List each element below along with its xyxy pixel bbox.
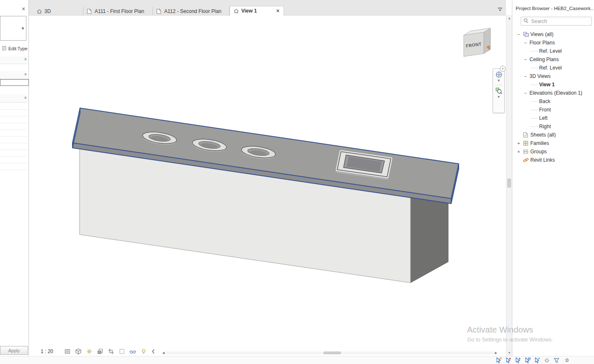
sheet-icon [87, 8, 93, 14]
select-by-face-icon[interactable] [524, 357, 531, 364]
tree-item-elevations-elevation-1[interactable]: −Elevations (Elevation 1) [512, 89, 594, 97]
tree-item-views-all[interactable]: −Views (all) [512, 30, 594, 39]
tree-item-label: Families [530, 140, 549, 146]
edit-type-icon [2, 46, 7, 52]
tree-expander-icon[interactable]: − [517, 32, 523, 37]
shadows-icon[interactable] [97, 348, 103, 355]
show-crop-region-icon[interactable] [119, 348, 125, 355]
tree-guide-line [531, 51, 538, 52]
tree-item-ref-level[interactable]: Ref. Level [512, 47, 594, 55]
tree-guide-line [531, 67, 538, 68]
search-input[interactable] [530, 18, 591, 25]
collapse-chevron-icon: » [22, 58, 27, 60]
navigation-bar: ▼ ▼ [493, 68, 505, 113]
tree-item-ref-level[interactable]: Ref. Level [512, 64, 594, 72]
tree-item-right[interactable]: Right [512, 122, 594, 131]
navigation-bar-close-icon[interactable]: × [500, 66, 506, 72]
background-processes-icon[interactable] [544, 357, 550, 364]
tab-3d[interactable]: 3D [33, 7, 83, 15]
tree-expander-icon[interactable]: − [524, 40, 529, 45]
zoom-icon[interactable] [495, 87, 503, 95]
resize-grip[interactable] [505, 358, 510, 364]
visual-style-icon[interactable] [75, 348, 82, 355]
tree-item-label: Views (all) [530, 31, 553, 37]
tree-item-label: Front [539, 107, 551, 113]
steering-wheel-icon[interactable] [495, 71, 503, 78]
parameter-group-header[interactable]: » [0, 95, 28, 103]
tree-expander-icon[interactable]: − [524, 57, 529, 62]
tree-item-label: View 1 [539, 82, 555, 88]
temporary-hide-isolate-icon[interactable] [129, 348, 136, 355]
filter-icon[interactable] [553, 357, 560, 364]
tree-expander-icon[interactable]: + [517, 149, 523, 154]
tab-label: View 1 [241, 8, 273, 14]
tab-close-icon[interactable]: × [275, 8, 280, 13]
crop-view-icon[interactable] [108, 348, 114, 355]
parameter-rows [0, 103, 28, 170]
tab-list-icon[interactable] [498, 7, 503, 13]
apply-button[interactable]: Apply [0, 346, 28, 355]
edit-type-button[interactable]: Edit Type [0, 44, 31, 53]
parameter-group-header[interactable]: » [0, 71, 28, 79]
close-icon[interactable]: × [19, 5, 27, 13]
scroll-right-icon[interactable]: ▶ [493, 351, 498, 355]
collapse-icon[interactable] [151, 348, 155, 355]
horizontal-scrollbar[interactable]: ◀ ▶ [161, 350, 498, 355]
tree-item-label: Right [539, 124, 551, 129]
vertical-scroll-thumb[interactable] [507, 178, 511, 188]
select-pinned-icon[interactable] [515, 357, 521, 364]
drawing-area[interactable]: FRONT × ▼ ▼ 1 : 20 ◀ [29, 15, 506, 356]
sun-settings-icon[interactable] [86, 348, 93, 355]
tree-item-floor-plans[interactable]: −Floor Plans [512, 39, 594, 47]
tab-a112-second-floor-plan[interactable]: A112 - Second Floor Plan [153, 7, 230, 15]
edit-type-label: Edit Type [8, 46, 28, 51]
tree-item-front[interactable]: Front [512, 106, 594, 114]
sheets-icon [523, 132, 530, 138]
chevron-down-icon[interactable]: ▼ [497, 79, 501, 83]
tree-item-label: Revit Links [530, 157, 555, 163]
tree-guide-line [531, 109, 538, 110]
tree-expander-icon[interactable]: − [524, 74, 529, 79]
model-canvas[interactable]: FRONT [29, 15, 506, 356]
vertical-scrollbar[interactable]: ▲ ▼ [506, 15, 512, 356]
horizontal-scroll-thumb[interactable] [323, 351, 341, 354]
tree-item-back[interactable]: Back [512, 97, 594, 106]
tree-item-3d-views[interactable]: −3D Views [512, 72, 594, 80]
tree-item-label: Ref. Level [539, 65, 562, 71]
scale-button[interactable]: 1 : 20 [41, 349, 53, 354]
view-tab-bar: 3DA111 - First Floor PlanA112 - Second F… [29, 0, 506, 15]
chevron-down-icon[interactable]: ▼ [497, 96, 501, 99]
scroll-left-icon[interactable]: ◀ [161, 351, 166, 355]
parameter-value-input[interactable] [0, 79, 29, 86]
tab-view-1[interactable]: View 1× [230, 6, 284, 15]
link-icon [523, 157, 530, 163]
tree-item-label: Elevations (Elevation 1) [529, 90, 582, 96]
tree-guide-line [531, 84, 538, 85]
tab-label: A112 - Second Floor Plan [164, 8, 226, 14]
drag-on-selection-icon[interactable] [534, 357, 540, 364]
scroll-up-icon[interactable]: ▲ [506, 16, 512, 20]
project-browser-panel: Project Browser - HEB2_Casework... −View… [512, 0, 594, 356]
parameter-group-header[interactable]: » [0, 56, 28, 64]
tab-a111-first-floor-plan[interactable]: A111 - First Floor Plan [83, 7, 153, 15]
tree-expander-icon[interactable]: − [524, 90, 529, 96]
horizontal-scroll-track[interactable] [166, 351, 493, 354]
type-selector-dropdown[interactable]: ▼ [0, 16, 26, 41]
reveal-hidden-elements-icon[interactable] [140, 348, 147, 355]
tree-item-left[interactable]: Left [512, 114, 594, 122]
tree-item-sheets-all[interactable]: Sheets (all) [512, 131, 594, 139]
tree-item-label: Groups [530, 149, 547, 155]
detail-level-icon[interactable] [64, 348, 71, 355]
tree-item-view-1[interactable]: View 1 [512, 80, 594, 89]
tree-expander-icon[interactable]: + [517, 141, 523, 146]
select-links-icon[interactable] [496, 357, 502, 364]
tree-guide-line [531, 118, 538, 119]
tree-item-ceiling-plans[interactable]: −Ceiling Plans [512, 55, 594, 64]
tree-item-families[interactable]: +Families [512, 139, 594, 147]
scroll-down-icon[interactable]: ▼ [506, 351, 512, 355]
tree-item-revit-links[interactable]: Revit Links [512, 156, 594, 164]
collapse-chevron-icon: » [22, 73, 27, 75]
status-bar: :0 [0, 356, 594, 364]
tree-item-groups[interactable]: +Groups [512, 147, 594, 156]
view-cube[interactable]: FRONT [464, 28, 491, 57]
